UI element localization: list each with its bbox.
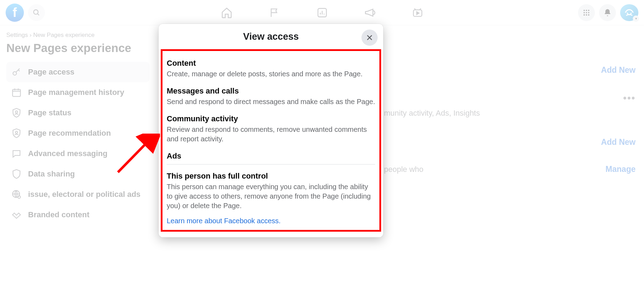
video-icon xyxy=(412,7,423,18)
handshake-icon xyxy=(11,210,22,220)
home-icon xyxy=(221,7,233,19)
more-options-button[interactable]: ••• xyxy=(623,92,636,104)
section-ads: Ads xyxy=(167,152,375,161)
section-title: Ads xyxy=(167,152,375,161)
svg-point-5 xyxy=(586,9,587,11)
breadcrumb[interactable]: Settings › New Pages experience xyxy=(6,32,150,39)
svg-point-18 xyxy=(18,196,21,199)
sidebar-item-page-access[interactable]: Page access xyxy=(6,62,150,82)
breadcrumb-root[interactable]: Settings xyxy=(6,32,28,38)
grid-icon xyxy=(583,9,590,17)
nav-video[interactable] xyxy=(411,6,424,19)
sidebar-item-data-sharing[interactable]: Data sharing xyxy=(6,164,150,184)
megaphone-icon xyxy=(364,7,376,19)
highlighted-region: Content Create, manage or delete posts, … xyxy=(161,49,381,232)
svg-point-7 xyxy=(584,12,585,13)
breadcrumb-sep: › xyxy=(29,32,32,38)
learn-more-link[interactable]: Learn more about Facebook access. xyxy=(167,217,281,225)
notifications-button[interactable] xyxy=(599,4,616,21)
sidebar-item-label: Page management history xyxy=(28,88,124,97)
svg-point-12 xyxy=(588,14,590,15)
sidebar-item-label: Data sharing xyxy=(28,169,75,179)
flag-icon xyxy=(269,7,280,18)
section-desc: Send and respond to direct messages and … xyxy=(167,97,375,107)
top-nav xyxy=(220,6,424,19)
sidebar-item-label: Page access xyxy=(28,67,74,77)
sidebar-item-label: Page status xyxy=(28,108,72,117)
header-right: ▾ xyxy=(578,4,638,21)
section-desc: Create, manage or delete posts, stories … xyxy=(167,69,375,79)
nav-flag[interactable] xyxy=(268,6,281,19)
shield-user-icon xyxy=(11,108,22,118)
svg-point-9 xyxy=(588,12,590,13)
svg-line-1 xyxy=(38,13,39,15)
calendar-icon xyxy=(11,87,22,98)
close-icon xyxy=(366,34,373,41)
nav-megaphone[interactable] xyxy=(364,6,376,19)
menu-grid-button[interactable] xyxy=(578,4,595,21)
svg-rect-14 xyxy=(13,89,21,96)
divider xyxy=(167,164,375,165)
view-access-modal: View access Content Create, manage or de… xyxy=(159,24,383,237)
sidebar-item-label: Advanced messaging xyxy=(28,149,107,158)
svg-point-13 xyxy=(13,72,16,75)
svg-point-4 xyxy=(584,9,585,11)
nav-home[interactable] xyxy=(220,6,233,19)
section-title: Content xyxy=(167,59,375,68)
modal-title: View access xyxy=(243,31,299,42)
manage-link[interactable]: Manage xyxy=(605,165,636,174)
section-title: Community activity xyxy=(167,114,375,123)
sidebar-item-page-recommendation[interactable]: Page recommendation xyxy=(6,123,150,143)
svg-point-8 xyxy=(586,12,587,13)
section-messages: Messages and calls Send and respond to d… xyxy=(167,86,375,107)
svg-point-6 xyxy=(588,9,590,11)
sidebar-item-label: Page recommendation xyxy=(28,129,111,138)
section-desc: Review and respond to comments, remove u… xyxy=(167,125,375,144)
section-content: Content Create, manage or delete posts, … xyxy=(167,59,375,79)
section-community: Community activity Review and respond to… xyxy=(167,114,375,144)
add-new-link-1[interactable]: Add New xyxy=(601,65,636,75)
globe-gear-icon xyxy=(11,189,22,200)
full-control-section: This person has full control This person… xyxy=(167,172,375,225)
modal-close-button[interactable] xyxy=(361,30,378,46)
key-icon xyxy=(11,67,22,77)
section-title: Messages and calls xyxy=(167,86,375,96)
sidebar-item-page-status[interactable]: Page status xyxy=(6,103,150,123)
shield-plain-icon xyxy=(11,169,22,179)
page-title: New Pages experience xyxy=(6,41,150,55)
search-button[interactable] xyxy=(28,4,45,21)
chevron-down-icon: ▾ xyxy=(633,15,639,22)
svg-point-10 xyxy=(584,14,585,15)
svg-point-0 xyxy=(34,9,38,14)
dashboard-icon xyxy=(317,7,328,18)
full-control-desc: This person can manage everything you ca… xyxy=(167,182,375,211)
breadcrumb-leaf[interactable]: New Pages experience xyxy=(33,32,95,38)
sidebar-item-page-management-history[interactable]: Page management history xyxy=(6,82,150,103)
top-header: f ▾ xyxy=(0,0,644,25)
left-sidebar: Settings › New Pages experience New Page… xyxy=(0,25,151,296)
search-icon xyxy=(33,9,40,17)
shield-icon xyxy=(11,128,22,139)
svg-point-11 xyxy=(586,14,587,15)
svg-point-15 xyxy=(15,111,18,113)
account-menu[interactable]: ▾ xyxy=(620,4,638,21)
facebook-logo[interactable]: f xyxy=(6,4,24,22)
speech-icon xyxy=(11,148,22,159)
full-control-title: This person has full control xyxy=(167,172,375,181)
add-new-link-2[interactable]: Add New xyxy=(601,137,636,147)
sidebar-item-political-ads[interactable]: issue, electoral or political ads xyxy=(6,184,150,205)
bell-icon xyxy=(603,8,612,17)
sidebar-item-branded-content[interactable]: Branded content xyxy=(6,205,150,225)
nav-dashboard[interactable] xyxy=(316,6,328,19)
sidebar-item-advanced-messaging[interactable]: Advanced messaging xyxy=(6,143,150,164)
sidebar-item-label: issue, electoral or political ads xyxy=(28,190,140,199)
svg-point-16 xyxy=(15,131,18,133)
modal-header: View access xyxy=(159,24,383,49)
sidebar-item-label: Branded content xyxy=(28,210,89,219)
